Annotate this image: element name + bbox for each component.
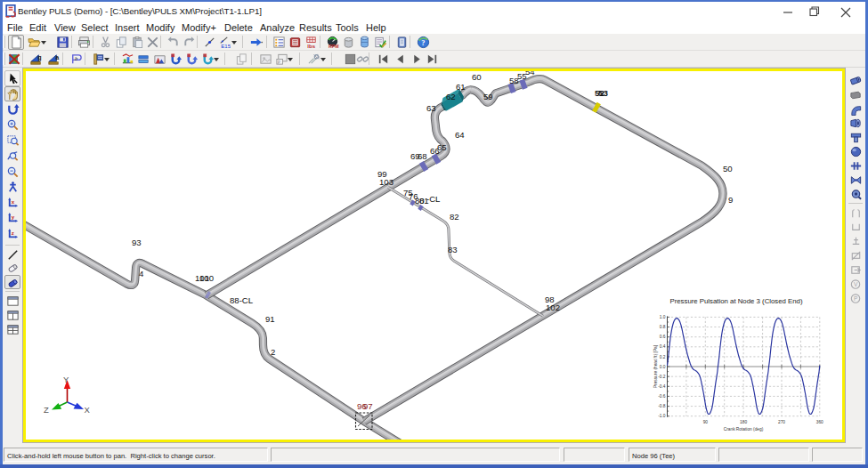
svg-text:60: 60 bbox=[472, 72, 482, 82]
svg-text:9: 9 bbox=[728, 195, 733, 205]
svg-text:a: a bbox=[55, 54, 59, 61]
svg-text:97: 97 bbox=[363, 401, 373, 411]
svg-text:0.0: 0.0 bbox=[660, 365, 666, 369]
svg-text:100: 100 bbox=[199, 273, 214, 283]
svg-text:X: X bbox=[85, 405, 91, 415]
svg-text:360: 360 bbox=[816, 420, 823, 424]
svg-text:Pressure Pulsation at Node 3 (: Pressure Pulsation at Node 3 (Closed End… bbox=[669, 297, 802, 305]
svg-text:53: 53 bbox=[598, 88, 608, 98]
svg-text:E15: E15 bbox=[221, 43, 231, 49]
svg-text:63: 63 bbox=[426, 103, 436, 113]
svg-text:?: ? bbox=[421, 38, 425, 47]
svg-text:y: y bbox=[11, 214, 14, 221]
svg-text:64: 64 bbox=[455, 130, 465, 140]
svg-text:0.2: 0.2 bbox=[660, 355, 666, 359]
svg-text:66: 66 bbox=[430, 146, 440, 156]
svg-text:4: 4 bbox=[139, 269, 144, 278]
svg-text:z: z bbox=[11, 230, 13, 236]
svg-text:1.0: 1.0 bbox=[660, 315, 666, 319]
svg-text:lbs: lbs bbox=[307, 43, 315, 49]
svg-text:0.4: 0.4 bbox=[660, 344, 666, 349]
svg-text:50: 50 bbox=[723, 164, 733, 173]
svg-text:-0.8: -0.8 bbox=[658, 404, 666, 408]
svg-text:102: 102 bbox=[546, 303, 560, 312]
svg-text:69: 69 bbox=[410, 151, 420, 161]
svg-text:0.6: 0.6 bbox=[660, 335, 666, 339]
svg-text:103: 103 bbox=[379, 177, 393, 187]
svg-text:93: 93 bbox=[132, 238, 142, 247]
svg-text:58: 58 bbox=[509, 76, 519, 85]
svg-text:61: 61 bbox=[456, 82, 466, 92]
svg-text:Z: Z bbox=[44, 405, 49, 415]
svg-text:-0.6: -0.6 bbox=[658, 394, 666, 399]
svg-text:-0.4: -0.4 bbox=[658, 384, 666, 389]
svg-text:V: V bbox=[853, 281, 857, 287]
svg-text:82: 82 bbox=[450, 212, 459, 222]
svg-text:-1.0: -1.0 bbox=[658, 414, 666, 418]
svg-text:P: P bbox=[853, 295, 857, 302]
svg-text:x: x bbox=[11, 198, 14, 205]
svg-text:62: 62 bbox=[446, 92, 456, 101]
svg-text:180: 180 bbox=[740, 420, 747, 424]
svg-text:90: 90 bbox=[703, 420, 709, 424]
svg-text:59: 59 bbox=[483, 92, 493, 101]
svg-text:Crank Rotation (deg): Crank Rotation (deg) bbox=[724, 427, 764, 432]
svg-text:-CL: -CL bbox=[426, 194, 441, 204]
svg-text:P: P bbox=[277, 61, 280, 65]
svg-text:Y: Y bbox=[63, 375, 69, 384]
svg-text:88-CL: 88-CL bbox=[230, 295, 254, 305]
svg-text:Pressure (head ft) [Pa]: Pressure (head ft) [Pa] bbox=[653, 345, 658, 388]
svg-text:0.8: 0.8 bbox=[660, 325, 666, 329]
svg-text:-0.2: -0.2 bbox=[658, 375, 666, 379]
svg-text:83: 83 bbox=[448, 245, 458, 254]
svg-text:RPM: RPM bbox=[329, 44, 338, 49]
svg-text:54: 54 bbox=[525, 71, 535, 77]
svg-text:270: 270 bbox=[778, 420, 785, 424]
svg-text:91: 91 bbox=[265, 314, 275, 324]
svg-text:2: 2 bbox=[271, 347, 275, 357]
svg-text:b: b bbox=[75, 55, 78, 61]
svg-text:g: g bbox=[37, 54, 41, 61]
